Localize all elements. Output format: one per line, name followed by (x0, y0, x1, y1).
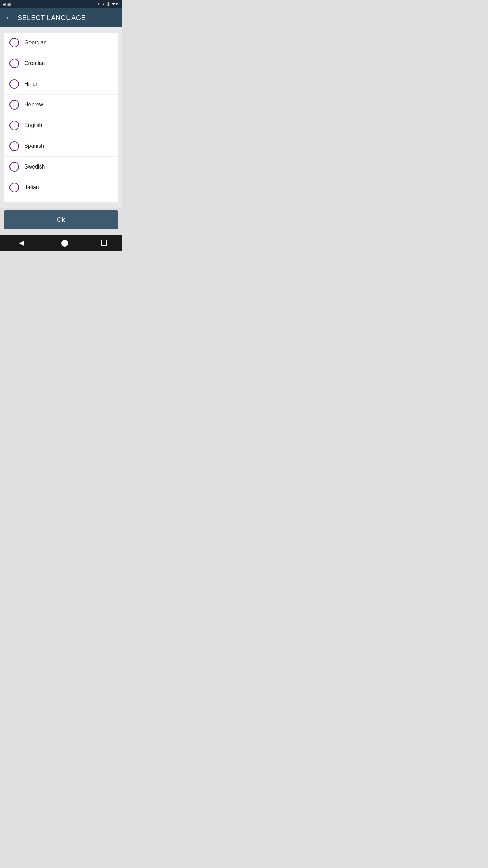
language-name: Georgian (24, 40, 47, 46)
wifi-icon: ▣ (3, 2, 6, 6)
language-name: Spanish (24, 143, 44, 149)
list-item[interactable]: Hebrew (4, 95, 118, 115)
language-list: GeorgianCroatianHindiHebrewEnglishSpanis… (4, 33, 118, 202)
nav-recent-icon[interactable] (101, 240, 107, 246)
signal-icon: ▲ (102, 2, 105, 6)
ok-button[interactable]: Ok (4, 210, 118, 229)
android-icon: 🤖 (7, 2, 11, 6)
radio-button[interactable] (9, 100, 19, 110)
language-name: Hebrew (24, 102, 43, 108)
list-item[interactable]: Hindi (4, 74, 118, 95)
status-bar-left: ▣ 🤖 (3, 2, 11, 6)
list-item[interactable]: Icelandic (4, 198, 118, 202)
lte-icon: LTE (94, 2, 100, 6)
page-title: Select Language (18, 14, 86, 22)
radio-button[interactable] (9, 121, 19, 130)
list-item[interactable]: Spanish (4, 136, 118, 157)
radio-button[interactable] (9, 162, 19, 172)
language-name: English (24, 122, 42, 129)
ok-button-container: Ok (0, 208, 122, 235)
language-name: Hindi (24, 81, 37, 87)
nav-bar: ◀ ⬤ (0, 235, 122, 251)
language-name: Croatian (24, 60, 45, 66)
back-icon: ← (5, 14, 12, 22)
nav-back-icon[interactable]: ◀ (15, 236, 28, 250)
battery-icon: 🔋 (106, 2, 110, 6)
list-item[interactable]: Swedish (4, 157, 118, 177)
status-time: 9:15 (112, 2, 119, 6)
radio-button[interactable] (9, 183, 19, 192)
list-item[interactable]: Italian (4, 177, 118, 198)
language-name: Swedish (24, 164, 45, 170)
radio-button[interactable] (9, 141, 19, 151)
nav-home-icon[interactable]: ⬤ (58, 236, 72, 250)
radio-button[interactable] (9, 59, 19, 68)
radio-button[interactable] (9, 38, 19, 47)
language-name: Italian (24, 184, 39, 191)
radio-button[interactable] (9, 79, 19, 89)
list-item[interactable]: Georgian (4, 33, 118, 53)
list-item[interactable]: English (4, 115, 118, 136)
status-bar: ▣ 🤖 LTE ▲ 🔋 9:15 (0, 0, 122, 8)
toolbar: ← Select Language (0, 8, 122, 27)
back-button[interactable]: ← (5, 14, 12, 22)
list-item[interactable]: Croatian (4, 53, 118, 74)
status-bar-right: LTE ▲ 🔋 9:15 (94, 2, 119, 6)
content-area: GeorgianCroatianHindiHebrewEnglishSpanis… (0, 27, 122, 208)
